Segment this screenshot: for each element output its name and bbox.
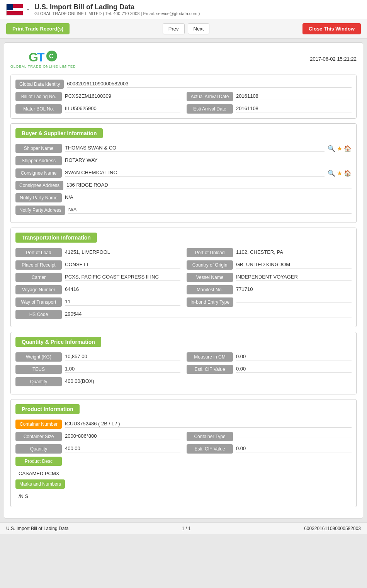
record-card: G T C GLOBAL TRADE ONLINE LIMITED 2017-0… [4, 42, 363, 518]
mater-bol-row: Mater BOL No. IILU50625900 Esti Arrival … [15, 104, 352, 114]
shipper-star-icon[interactable]: ★ [337, 145, 342, 152]
logo-svg: G T C [28, 49, 59, 65]
teus-value: 1.00 [65, 366, 180, 373]
receipt-origin-row: Place of Receipt CONSETT Country of Orig… [15, 260, 352, 270]
quantity-row: Quantity 400.00(BOX) [15, 377, 352, 386]
actual-arrival-label: Actual Arrival Date [187, 92, 233, 101]
top-header: ▾ U.S. Import Bill of Lading Data GLOBAL… [0, 0, 367, 19]
transportation-section: Transportation Information Port of Load … [10, 228, 357, 327]
product-info-header: Product Information [15, 404, 80, 414]
bol-col-left: Bill of Lading No. PCXS2EM16100309 [15, 92, 180, 101]
measure-label: Measure in CM [187, 352, 233, 362]
esti-arrival-value: 20161108 [236, 105, 352, 112]
weight-measure-row: Weight (KG) 10,857.00 Measure in CM 0.00 [15, 352, 352, 362]
transportation-header: Transportation Information [15, 233, 97, 243]
footer-center: 1 / 1 [182, 526, 191, 531]
container-number-value: ICUU3752486 ( 2B / L / ) [65, 421, 352, 428]
teus-label: TEUS [15, 365, 62, 374]
quantity-price-header: Quantity & Price Information [15, 337, 101, 347]
country-origin-value: GB, UNITED KINGDOM [236, 262, 352, 269]
esti-cif-col: Esti. CIF Value 0.00 [187, 365, 352, 374]
quantity-label: Quantity [15, 377, 62, 386]
container-type-value [236, 436, 352, 437]
product-desc-value: CASAMED PCMX [15, 469, 352, 479]
consignee-home-icon[interactable]: 🏠 [344, 170, 352, 177]
weight-label: Weight (KG) [15, 352, 62, 362]
mater-bol-value: IILU50625900 [65, 105, 180, 112]
weight-col: Weight (KG) 10,857.00 [15, 352, 180, 362]
container-number-label: Container Number [15, 420, 62, 429]
esti-cif-label: Esti. CIF Value [187, 365, 233, 374]
container-size-type-row: Container Size 2000*806*800 Container Ty… [15, 432, 352, 441]
close-button[interactable]: Close This Window [302, 23, 361, 34]
next-button[interactable]: Next [188, 23, 210, 34]
marks-numbers-label-row: Marks and Numbers [15, 479, 352, 489]
footer-right: 6003201611090000582003 [304, 526, 361, 531]
shipper-icons: 🔍 ★ 🏠 [328, 145, 352, 152]
port-unload-value: 1102, CHESTER, PA [236, 249, 352, 256]
global-data-row: Global Data Identity 6003201611090000582… [15, 80, 352, 89]
prev-button[interactable]: Prev [163, 23, 185, 34]
container-size-value: 2000*806*800 [65, 433, 180, 440]
flag-icon [6, 4, 23, 15]
inbond-label: In-bond Entry Type [187, 297, 233, 307]
esti-arrival-col: Esti Arrival Date 20161108 [187, 104, 352, 114]
teus-col: TEUS 1.00 [15, 365, 180, 374]
weight-value: 10,857.00 [65, 353, 180, 360]
notify-party-name-row: Notify Party Name N/A [15, 193, 352, 202]
port-row: Port of Load 41251, LIVERPOOL Port of Un… [15, 248, 352, 257]
product-cif-col: Esti. CIF Value 0.00 [187, 444, 352, 454]
quantity-value: 400.00(BOX) [65, 378, 352, 385]
inbond-col: In-bond Entry Type [187, 297, 352, 307]
shipper-search-icon[interactable]: 🔍 [328, 145, 335, 152]
flag-dropdown-arrow[interactable]: ▾ [27, 7, 29, 12]
hs-code-row: HS Code 290544 [15, 310, 352, 319]
esti-arrival-label: Esti Arrival Date [187, 104, 233, 114]
timestamp: 2017-06-02 15:21:22 [310, 56, 357, 62]
voyage-col: Voyage Number 64416 [15, 285, 180, 294]
voyage-manifest-row: Voyage Number 64416 Manifest No. 771710 [15, 285, 352, 294]
global-data-value: 6003201611090000582003 [67, 81, 352, 88]
shipper-name-value: THOMAS SWAN & CO [65, 145, 325, 152]
consignee-name-label: Consignee Name [15, 168, 62, 178]
place-receipt-label: Place of Receipt [15, 260, 62, 270]
notify-party-name-value: N/A [65, 194, 352, 201]
product-info-section: Product Information Container Number ICU… [10, 399, 357, 507]
vessel-col: Vessel Name INDEPENDENT VOYAGER [187, 273, 352, 282]
vessel-value: INDEPENDENT VOYAGER [236, 274, 352, 281]
container-type-label: Container Type [187, 432, 233, 441]
consignee-address-value: 136 RIDGE ROAD [66, 182, 352, 189]
teus-cif-row: TEUS 1.00 Esti. CIF Value 0.00 [15, 365, 352, 374]
way-transport-col: Way of Transport 11 [15, 297, 180, 307]
main-content: G T C GLOBAL TRADE ONLINE LIMITED 2017-0… [0, 39, 367, 522]
print-button[interactable]: Print Trade Record(s) [6, 23, 70, 34]
place-receipt-col: Place of Receipt CONSETT [15, 260, 180, 270]
carrier-vessel-row: Carrier PCXS, PACIFIC COAST EXPRESS II I… [15, 273, 352, 282]
container-size-col: Container Size 2000*806*800 [15, 432, 180, 441]
manifest-label: Manifest No. [187, 285, 233, 294]
port-unload-label: Port of Unload [187, 248, 233, 257]
manifest-value: 771710 [236, 286, 352, 293]
global-data-label: Global Data Identity [15, 80, 64, 89]
notify-party-name-label: Notify Party Name [15, 193, 62, 202]
carrier-col: Carrier PCXS, PACIFIC COAST EXPRESS II I… [15, 273, 180, 282]
port-unload-col: Port of Unload 1102, CHESTER, PA [187, 248, 352, 257]
consignee-star-icon[interactable]: ★ [337, 170, 342, 177]
hs-code-label: HS Code [15, 310, 62, 319]
notify-party-address-row: Notify Party Address N/A [15, 206, 352, 215]
notify-party-address-value: N/A [68, 207, 352, 214]
consignee-search-icon[interactable]: 🔍 [328, 170, 335, 177]
bol-label: Bill of Lading No. [15, 92, 62, 101]
footer-left: U.S. Import Bill of Lading Data [6, 526, 68, 531]
shipper-address-row: Shipper Address ROTARY WAY [15, 156, 352, 165]
consignee-name-value: SWAN CHEMICAL INC [65, 170, 325, 177]
toolbar: Print Trade Record(s) Prev Next Close Th… [0, 19, 367, 39]
container-size-label: Container Size [15, 432, 62, 441]
header-title-area: U.S. Import Bill of Lading Data GLOBAL T… [34, 3, 200, 16]
shipper-home-icon[interactable]: 🏠 [344, 145, 352, 152]
manifest-col: Manifest No. 771710 [187, 285, 352, 294]
notify-party-address-label: Notify Party Address [15, 206, 65, 215]
shipper-name-row: Shipper Name THOMAS SWAN & CO 🔍 ★ 🏠 [15, 144, 352, 153]
place-receipt-value: CONSETT [65, 262, 180, 269]
product-qty-label: Quantity [15, 444, 62, 454]
